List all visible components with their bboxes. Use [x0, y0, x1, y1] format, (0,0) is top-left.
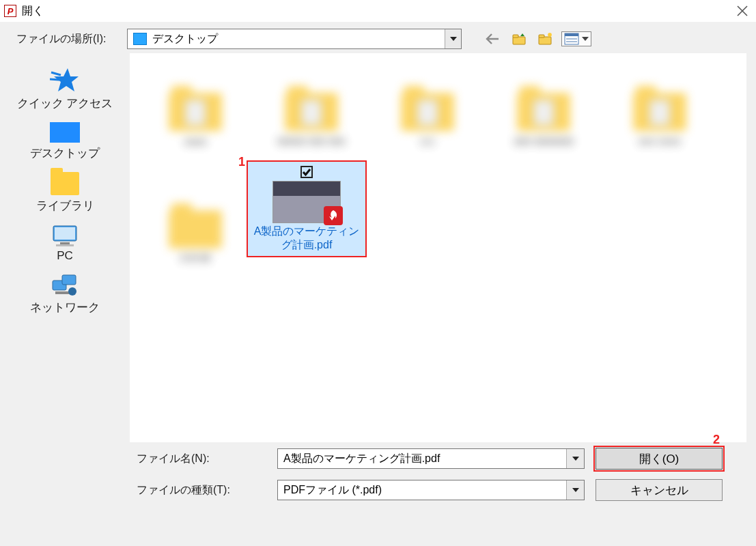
arrow-left-icon: [485, 31, 501, 46]
filetype-dropdown-button[interactable]: [566, 480, 584, 500]
svg-rect-4: [539, 37, 551, 44]
chevron-down-icon: [572, 457, 579, 461]
callout-1: 1: [238, 155, 245, 169]
filetype-combo[interactable]: PDFファイル (*.pdf): [277, 480, 585, 500]
place-desktop[interactable]: デスクトップ: [10, 118, 120, 165]
open-button[interactable]: 開く(O): [596, 448, 723, 470]
view-icon: [564, 33, 579, 45]
place-pc[interactable]: PC: [10, 220, 120, 267]
place-label: デスクトップ: [30, 145, 100, 161]
filename-combo[interactable]: A製品のマーケティング計画.pdf: [277, 448, 585, 469]
back-button[interactable]: [484, 30, 503, 48]
pc-icon: [49, 225, 81, 246]
svg-rect-2: [513, 37, 525, 44]
svg-rect-11: [565, 33, 578, 36]
filename-label: ファイル名(N):: [137, 452, 266, 466]
file-item-blurred[interactable]: ff fff ffff: [137, 169, 253, 264]
svg-rect-5: [539, 35, 544, 38]
file-item-blurred[interactable]: eee eeee: [602, 65, 718, 147]
titlebar: P 開く: [0, 0, 756, 22]
chevron-down-icon: [572, 488, 579, 492]
svg-rect-19: [60, 242, 70, 244]
place-label: ネットワーク: [30, 300, 100, 315]
network-icon: [50, 274, 80, 297]
svg-point-24: [68, 287, 76, 296]
svg-rect-3: [513, 35, 518, 38]
chevron-down-icon: [450, 37, 457, 41]
desktop-icon: [133, 33, 147, 45]
open-button-wrap: 2 開く(O): [596, 448, 723, 470]
file-item-blurred[interactable]: bbbbb bbb bbb: [253, 65, 369, 147]
place-libraries[interactable]: ライブラリ: [10, 168, 120, 218]
file-item-blurred[interactable]: ddd ddddddd: [486, 65, 602, 147]
libraries-icon: [51, 172, 79, 195]
file-list-pane[interactable]: aaaa bbbbb bbb bbb ccc ddd ddddddd eee e…: [130, 53, 746, 442]
location-value: デスクトップ: [152, 32, 445, 46]
folder-up-icon: [511, 31, 527, 46]
file-item-label: A製品のマーケティング計画.pdf: [251, 225, 363, 252]
location-row: ファイルの場所(I): デスクトップ: [0, 22, 756, 53]
location-combo[interactable]: デスクトップ: [127, 29, 462, 49]
location-label: ファイルの場所(I):: [11, 32, 120, 46]
filetype-label: ファイルの種類(T):: [137, 483, 266, 498]
filename-dropdown-button[interactable]: [566, 449, 584, 468]
view-menu-button[interactable]: [561, 31, 591, 46]
svg-line-15: [51, 72, 61, 75]
file-item-selected[interactable]: A製品のマーケティング計画.pdf: [247, 160, 367, 257]
file-item-blurred[interactable]: ccc: [369, 65, 486, 147]
filetype-value: PDFファイル (*.pdf): [278, 483, 566, 498]
place-label: クイック アクセス: [17, 96, 113, 111]
pdf-badge-icon: [324, 206, 343, 225]
new-folder-button[interactable]: [535, 30, 555, 48]
svg-rect-18: [55, 227, 75, 240]
place-network[interactable]: ネットワーク: [10, 270, 120, 319]
pdf-thumbnail: [272, 181, 341, 223]
file-grid: aaaa bbbbb bbb bbb ccc ddd ddddddd eee e…: [130, 54, 746, 158]
dialog-title: 開く: [22, 4, 44, 18]
callout-2: 2: [713, 433, 720, 447]
place-quick-access[interactable]: クイック アクセス: [10, 63, 120, 115]
checkbox-checked-icon[interactable]: [300, 166, 313, 178]
places-bar: クイック アクセス デスクトップ ライブラリ PC: [0, 53, 130, 442]
filetype-row: ファイルの種類(T): PDFファイル (*.pdf) キャンセル: [137, 479, 745, 501]
up-one-level-button[interactable]: [509, 30, 529, 48]
content-area: クイック アクセス デスクトップ ライブラリ PC: [0, 53, 756, 442]
quick-access-icon: [50, 67, 80, 93]
folder-new-icon: [537, 31, 553, 46]
close-button[interactable]: [733, 1, 752, 20]
filename-value[interactable]: A製品のマーケティング計画.pdf: [278, 452, 566, 466]
cancel-button[interactable]: キャンセル: [596, 479, 723, 501]
file-item-blurred[interactable]: aaaa: [137, 65, 253, 147]
svg-rect-22: [62, 275, 76, 285]
desktop-icon: [50, 122, 80, 143]
close-icon: [736, 5, 748, 17]
chevron-down-icon: [582, 37, 589, 41]
place-label: PC: [57, 249, 73, 263]
place-label: ライブラリ: [36, 198, 94, 214]
svg-rect-20: [56, 244, 74, 246]
app-icon: P: [4, 5, 16, 17]
filename-row: ファイル名(N): A製品のマーケティング計画.pdf 2 開く(O): [137, 448, 745, 470]
bottom-controls: ファイル名(N): A製品のマーケティング計画.pdf 2 開く(O) ファイル…: [0, 442, 756, 517]
location-dropdown-button[interactable]: [445, 29, 461, 48]
svg-line-16: [50, 79, 59, 80]
nav-buttons: [484, 30, 591, 48]
